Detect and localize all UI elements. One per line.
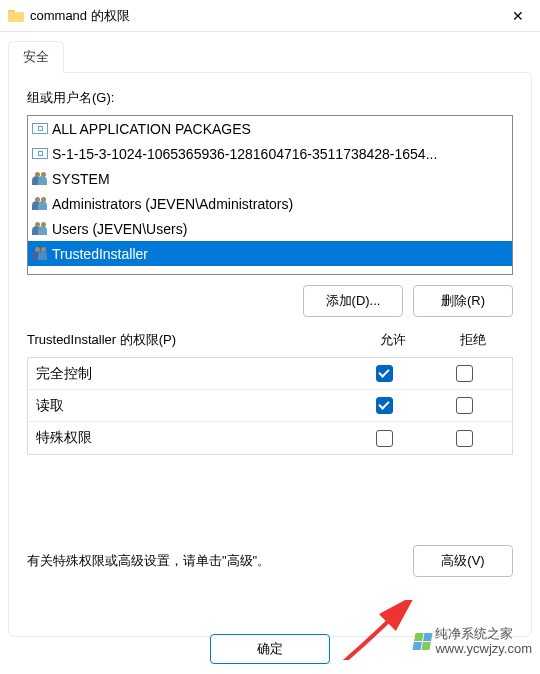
users-icon — [32, 197, 48, 211]
principal-item[interactable]: TrustedInstaller — [28, 241, 512, 266]
permission-row: 特殊权限 — [28, 422, 512, 454]
watermark-logo-icon — [413, 633, 433, 650]
principal-name: Administrators (JEVEN\Administrators) — [52, 196, 293, 212]
group-users-label: 组或用户名(G): — [27, 89, 513, 107]
tab-panel-security: 组或用户名(G): ALL APPLICATION PACKAGESS-1-15… — [8, 72, 532, 637]
principal-name: ALL APPLICATION PACKAGES — [52, 121, 251, 137]
folder-icon — [8, 9, 24, 22]
principal-item[interactable]: SYSTEM — [28, 166, 512, 191]
principal-name: S-1-15-3-1024-1065365936-1281604716-3511… — [52, 146, 437, 162]
principal-item[interactable]: S-1-15-3-1024-1065365936-1281604716-3511… — [28, 141, 512, 166]
tab-label: 安全 — [23, 49, 49, 64]
principal-name: Users (JEVEN\Users) — [52, 221, 187, 237]
permission-allow-checkbox[interactable] — [376, 430, 393, 447]
permission-label: 完全控制 — [36, 365, 344, 383]
principal-name: TrustedInstaller — [52, 246, 148, 262]
title-bar: command 的权限 ✕ — [0, 0, 540, 32]
remove-button[interactable]: 删除(R) — [413, 285, 513, 317]
users-icon — [32, 222, 48, 236]
permission-deny-checkbox[interactable] — [456, 365, 473, 382]
tab-strip: 安全 — [0, 32, 540, 72]
principal-item[interactable]: ALL APPLICATION PACKAGES — [28, 116, 512, 141]
permission-row: 完全控制 — [28, 358, 512, 390]
close-button[interactable]: ✕ — [504, 2, 532, 30]
users-icon — [32, 247, 48, 261]
permission-allow-checkbox[interactable] — [376, 397, 393, 414]
permissions-title: TrustedInstaller 的权限(P) — [27, 331, 353, 349]
permissions-table: 完全控制读取特殊权限 — [27, 357, 513, 455]
package-icon — [32, 123, 48, 134]
principal-item[interactable]: Users (JEVEN\Users) — [28, 216, 512, 241]
package-icon — [32, 148, 48, 159]
add-button[interactable]: 添加(D)... — [303, 285, 403, 317]
watermark: 纯净系统之家 www.ycwjzy.com — [414, 627, 532, 656]
permission-row: 读取 — [28, 390, 512, 422]
permission-allow-checkbox[interactable] — [376, 365, 393, 382]
permission-label: 特殊权限 — [36, 429, 344, 447]
watermark-text: 纯净系统之家 www.ycwjzy.com — [435, 627, 532, 656]
ok-button[interactable]: 确定 — [210, 634, 330, 664]
permission-deny-checkbox[interactable] — [456, 430, 473, 447]
advanced-hint-label: 有关特殊权限或高级设置，请单击"高级"。 — [27, 552, 413, 570]
tab-security[interactable]: 安全 — [8, 41, 64, 73]
advanced-button[interactable]: 高级(V) — [413, 545, 513, 577]
permissions-allow-header: 允许 — [353, 331, 433, 349]
advanced-row: 有关特殊权限或高级设置，请单击"高级"。 高级(V) — [27, 545, 513, 577]
users-icon — [32, 172, 48, 186]
principals-buttons: 添加(D)... 删除(R) — [27, 285, 513, 317]
window-title: command 的权限 — [30, 7, 504, 25]
permission-deny-checkbox[interactable] — [456, 397, 473, 414]
principal-item[interactable]: Administrators (JEVEN\Administrators) — [28, 191, 512, 216]
permission-label: 读取 — [36, 397, 344, 415]
principals-listbox[interactable]: ALL APPLICATION PACKAGESS-1-15-3-1024-10… — [27, 115, 513, 275]
permissions-header: TrustedInstaller 的权限(P) 允许 拒绝 — [27, 331, 513, 349]
permissions-deny-header: 拒绝 — [433, 331, 513, 349]
principal-name: SYSTEM — [52, 171, 110, 187]
